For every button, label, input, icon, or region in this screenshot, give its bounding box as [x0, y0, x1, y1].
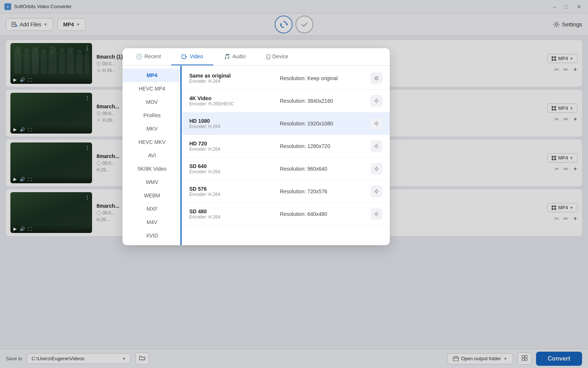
gear-icon	[373, 188, 379, 194]
preset-info: SD 480 Encoder: H.264	[189, 208, 280, 220]
preset-resolution: Resolution: 1920x1080	[280, 121, 370, 126]
preset-row[interactable]: SD 576 Encoder: H.264 Resolution: 720x57…	[182, 180, 390, 203]
preset-name: SD 480	[189, 208, 280, 214]
preset-settings-button[interactable]	[370, 72, 382, 84]
preset-resolution: Resolution: 3840x2160	[280, 98, 370, 104]
format-sidebar: MP4 HEVC MP4 MOV ProRes MKV HEVC MKV AVI…	[122, 66, 182, 245]
format-item-hevc-mkv[interactable]: HEVC MKV	[122, 135, 182, 149]
preset-name: Same as original	[189, 73, 280, 79]
preset-encoder: Encoder: H.264	[189, 147, 280, 152]
preset-info: SD 576 Encoder: H.264	[189, 186, 280, 197]
gear-icon	[373, 75, 379, 81]
preset-settings-button[interactable]	[370, 95, 382, 107]
format-item-xvid[interactable]: XVID	[122, 229, 182, 242]
preset-encoder: Encoder: H.264	[189, 214, 280, 220]
preset-row[interactable]: 4K Video Encoder: H.265/HEVC Resolution:…	[182, 90, 390, 112]
gear-icon	[373, 211, 379, 217]
format-item-m4v[interactable]: M4V	[122, 216, 182, 229]
preset-name: HD 720	[189, 141, 280, 147]
svg-point-78	[375, 190, 378, 193]
format-item-webm[interactable]: WEBM	[122, 189, 182, 202]
gear-icon	[373, 166, 379, 172]
gear-icon	[373, 98, 379, 104]
preset-list: Same as original Encoder: H.264 Resoluti…	[182, 66, 390, 245]
preset-resolution: Resolution: 1280x720	[280, 143, 370, 149]
preset-name: 4K Video	[189, 95, 280, 101]
preset-row[interactable]: SD 640 Encoder: H.264 Resolution: 960x64…	[182, 158, 390, 180]
preset-settings-button[interactable]	[370, 140, 382, 152]
device-icon	[267, 53, 270, 59]
format-item-hevc-mp4[interactable]: HEVC MP4	[122, 82, 182, 95]
preset-row[interactable]: HD 1080 Encoder: H.264 Resolution: 1920x…	[182, 112, 390, 135]
preset-info: SD 640 Encoder: H.264	[189, 163, 280, 174]
video-tab-icon	[182, 53, 187, 59]
preset-resolution: Resolution: 640x480	[280, 211, 370, 217]
video-icon	[182, 54, 187, 59]
preset-encoder: Encoder: H.264	[189, 79, 280, 84]
preset-row[interactable]: HD 720 Encoder: H.264 Resolution: 1280x7…	[182, 135, 390, 158]
preset-info: HD 720 Encoder: H.264	[189, 141, 280, 152]
preset-encoder: Encoder: H.265/HEVC	[189, 101, 280, 106]
svg-rect-69	[182, 55, 186, 59]
tab-video-label: Video	[190, 53, 203, 59]
svg-marker-70	[186, 56, 187, 58]
preset-resolution: Resolution: Keep original	[280, 75, 370, 81]
modal-tabs: 🕐 Recent Video 🎵 Audio	[122, 48, 390, 66]
modal-overlay: 🕐 Recent Video 🎵 Audio	[0, 0, 588, 368]
preset-resolution: Resolution: 960x640	[280, 166, 370, 172]
svg-point-73	[375, 77, 378, 79]
format-item-mp4[interactable]: MP4	[122, 69, 182, 82]
preset-settings-button[interactable]	[370, 163, 382, 175]
audio-icon: 🎵	[224, 53, 230, 59]
svg-point-74	[375, 100, 378, 102]
svg-point-79	[375, 213, 378, 215]
preset-row[interactable]: SD 480 Encoder: H.264 Resolution: 640x48…	[182, 203, 390, 226]
preset-encoder: Encoder: H.264	[189, 124, 280, 129]
preset-row[interactable]: Same as original Encoder: H.264 Resoluti…	[182, 67, 390, 90]
modal-body: MP4 HEVC MP4 MOV ProRes MKV HEVC MKV AVI…	[122, 66, 390, 245]
tab-device-label: Device	[272, 53, 288, 59]
format-item-prores[interactable]: ProRes	[122, 109, 182, 122]
preset-settings-button[interactable]	[370, 185, 382, 197]
format-item-avi[interactable]: AVI	[122, 149, 182, 162]
format-item-mov[interactable]: MOV	[122, 95, 182, 109]
svg-point-77	[375, 168, 378, 170]
preset-settings-button[interactable]	[370, 118, 382, 129]
tab-recent-label: Recent	[144, 53, 161, 59]
gear-icon	[373, 143, 379, 149]
format-item-mkv[interactable]: MKV	[122, 122, 182, 135]
gear-icon	[373, 121, 379, 126]
format-item-5k8k[interactable]: 5K/8K Video	[122, 162, 182, 175]
tab-recent[interactable]: 🕐 Recent	[125, 48, 171, 65]
preset-resolution: Resolution: 720x576	[280, 188, 370, 194]
format-item-mxf[interactable]: MXF	[122, 202, 182, 216]
preset-name: SD 640	[189, 163, 280, 169]
preset-settings-button[interactable]	[370, 208, 382, 220]
preset-info: 4K Video Encoder: H.265/HEVC	[189, 95, 280, 106]
preset-encoder: Encoder: H.264	[189, 192, 280, 197]
format-selection-modal: 🕐 Recent Video 🎵 Audio	[122, 48, 390, 245]
preset-encoder: Encoder: H.264	[189, 169, 280, 174]
svg-point-76	[375, 145, 378, 147]
phone-icon	[267, 54, 270, 59]
svg-point-75	[375, 122, 378, 125]
tab-audio[interactable]: 🎵 Audio	[213, 48, 256, 65]
preset-info: HD 1080 Encoder: H.264	[189, 118, 280, 129]
tab-video[interactable]: Video	[171, 48, 213, 65]
preset-name: SD 576	[189, 186, 280, 192]
format-item-wmv[interactable]: WMV	[122, 175, 182, 189]
recent-icon: 🕐	[136, 53, 142, 59]
tab-device[interactable]: Device	[256, 48, 299, 65]
preset-info: Same as original Encoder: H.264	[189, 73, 280, 84]
tab-audio-label: Audio	[232, 53, 246, 59]
preset-name: HD 1080	[189, 118, 280, 124]
